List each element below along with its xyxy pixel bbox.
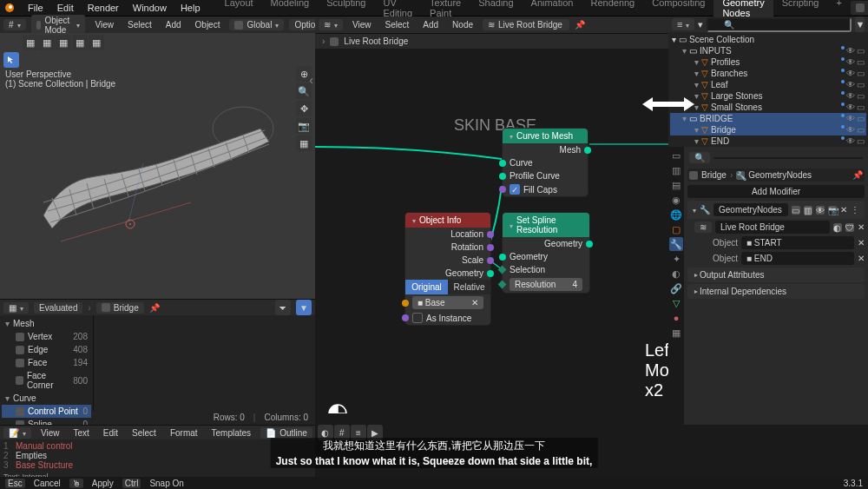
viewport-menu-object[interactable]: Object bbox=[191, 19, 225, 30]
text-menu-view[interactable]: View bbox=[36, 427, 64, 439]
fillcaps-checkbox[interactable]: ✓ bbox=[510, 184, 520, 195]
outline-item[interactable]: ▾▽END👁▭ bbox=[670, 135, 866, 147]
add-modifier-button[interactable]: Add Modifier bbox=[687, 185, 865, 198]
viewport-move-icon[interactable]: ✥ bbox=[296, 101, 312, 116]
node-title[interactable]: Object Info bbox=[405, 213, 490, 228]
prop-editor-selector[interactable]: 🔍 bbox=[689, 152, 710, 163]
mod-toggle-icon[interactable]: ▥ bbox=[804, 206, 812, 215]
viewport-overlay-icon[interactable]: ▦ bbox=[89, 35, 104, 50]
viewport-menu-add[interactable]: Add bbox=[161, 19, 186, 30]
pin-icon[interactable]: 📌 bbox=[852, 170, 863, 180]
tree-item[interactable]: ▾ Curve bbox=[2, 392, 91, 405]
internal-dependencies-section[interactable]: Internal Dependencies bbox=[687, 284, 865, 299]
text-menu-edit[interactable]: Edit bbox=[99, 427, 122, 439]
text-menu-select[interactable]: Select bbox=[128, 427, 161, 439]
object-field[interactable]: Base bbox=[425, 298, 445, 307]
outline-item[interactable]: ▾▽Profiles👁▭ bbox=[670, 56, 866, 68]
output-attributes-section[interactable]: Output Attributes bbox=[687, 268, 865, 282]
node-editor-type-selector[interactable]: ≋ bbox=[319, 19, 343, 30]
node-menu-node[interactable]: Node bbox=[448, 19, 477, 30]
outline-item[interactable]: ▾▭INPUTS👁▭ bbox=[670, 45, 866, 56]
spreadsheet-eval-selector[interactable]: Evaluated bbox=[34, 302, 82, 314]
outline-item[interactable]: ▾▽Branches👁▭ bbox=[670, 68, 866, 79]
pin-icon[interactable]: 📌 bbox=[575, 20, 585, 30]
mod-toggle-icon[interactable]: 📷 bbox=[828, 206, 837, 215]
nodegroup-toggle-icon[interactable]: 🛡 bbox=[845, 223, 854, 232]
tree-item[interactable]: Control Point0 bbox=[2, 405, 91, 418]
prop-tab-render[interactable]: ▭ bbox=[669, 149, 683, 162]
input-value-field[interactable]: ■ START bbox=[741, 236, 854, 249]
prop-tab-viewlayer[interactable]: ▤ bbox=[669, 178, 683, 192]
spreadsheet-grid[interactable] bbox=[94, 315, 315, 411]
orientation-selector[interactable]: Global bbox=[229, 19, 284, 30]
mod-toggle-icon[interactable]: 👁 bbox=[816, 206, 825, 215]
viewport-menu-view[interactable]: View bbox=[90, 19, 118, 30]
viewport-menu-select[interactable]: Select bbox=[123, 19, 156, 30]
nodegroup-selector[interactable]: ≋ Live Root Bridge bbox=[483, 19, 569, 30]
outliner-tree[interactable]: ▾▭Scene Collection ▾▭INPUTS👁▭▾▽Profiles👁… bbox=[668, 32, 868, 147]
viewport-persp-icon[interactable]: ▦ bbox=[296, 135, 312, 151]
nodegroup-name-field[interactable]: Live Root Bridge bbox=[715, 221, 830, 234]
node-menu-add[interactable]: Add bbox=[418, 19, 443, 30]
outliner-mode-icon[interactable]: ▾ bbox=[698, 19, 703, 30]
pin-icon[interactable]: 📌 bbox=[149, 303, 160, 313]
tab-relative[interactable]: Relative bbox=[448, 280, 490, 294]
tab-original[interactable]: Original bbox=[405, 280, 448, 294]
breadcrumb-chevron[interactable]: › bbox=[322, 36, 325, 46]
input-value-field[interactable]: ■ END bbox=[741, 252, 854, 265]
prop-tab-physics[interactable]: ◐ bbox=[669, 267, 683, 281]
prop-tab-data[interactable]: ▽ bbox=[669, 296, 683, 310]
tree-item[interactable]: Vertex208 bbox=[2, 330, 91, 343]
modifier-panel[interactable]: 🔧 GeometryNodes ▭ ▥ 👁 📷 ✕ ⋮ bbox=[687, 201, 865, 219]
clear-icon[interactable]: ✕ bbox=[858, 254, 865, 263]
3d-viewport[interactable]: ▦ ▦ ▦ ▦ ▦ User Perspective (1) Scene Col… bbox=[0, 33, 315, 299]
menu-render[interactable]: Render bbox=[81, 1, 126, 15]
prop-tab-object[interactable]: ▢ bbox=[669, 222, 683, 236]
prop-tab-particles[interactable]: ✦ bbox=[669, 252, 683, 266]
outline-item[interactable]: ▾▽Large Stones👁▭ bbox=[670, 90, 866, 102]
menu-edit[interactable]: Edit bbox=[50, 1, 81, 15]
nodegroup-close-icon[interactable]: ✕ bbox=[858, 222, 865, 232]
menu-help[interactable]: Help bbox=[174, 1, 207, 15]
prop-tab-modifier[interactable]: 🔧 bbox=[669, 237, 683, 251]
text-menu-text[interactable]: Text bbox=[69, 427, 94, 439]
outliner-editor-selector[interactable]: ≡ bbox=[672, 18, 694, 30]
filter-icon[interactable]: ▼ bbox=[855, 17, 865, 32]
clear-icon[interactable]: ✕ bbox=[858, 238, 865, 248]
mod-close-icon[interactable]: ✕ bbox=[840, 205, 847, 215]
text-file-selector[interactable]: 📄 Outline bbox=[260, 427, 312, 439]
text-editor-selector[interactable]: 📝 bbox=[3, 427, 31, 439]
text-line[interactable]: 3Base Structure bbox=[3, 460, 312, 470]
text-menu-format[interactable]: Format bbox=[166, 427, 202, 439]
viewport-camera-icon[interactable]: 📷 bbox=[296, 118, 312, 134]
prop-breadcrumb-mod[interactable]: GeometryNodes bbox=[748, 170, 812, 180]
viewport-overlay-icon[interactable]: ▦ bbox=[56, 35, 71, 50]
outline-item[interactable]: ▾▽Bridge👁▭ bbox=[670, 124, 866, 135]
prop-tab-scene[interactable]: ◉ bbox=[669, 193, 683, 207]
tree-item[interactable]: Edge408 bbox=[2, 343, 91, 356]
node-menu-view[interactable]: View bbox=[348, 19, 376, 30]
editor-type-selector[interactable]: # bbox=[3, 19, 26, 30]
prop-tab-output[interactable]: ▥ bbox=[669, 163, 683, 177]
node-object-info[interactable]: Object Info Location Rotation Scale Geom… bbox=[404, 212, 491, 326]
as-instance-checkbox[interactable] bbox=[412, 313, 423, 323]
modifier-name-field[interactable]: GeometryNodes bbox=[713, 203, 788, 216]
prop-search[interactable] bbox=[713, 157, 863, 159]
prop-tab-constraints[interactable]: 🔗 bbox=[669, 281, 683, 295]
outliner-root[interactable]: Scene Collection bbox=[689, 35, 754, 44]
tree-item[interactable]: Face194 bbox=[2, 356, 91, 369]
node-menu-select[interactable]: Select bbox=[381, 19, 414, 30]
spreadsheet-editor-selector[interactable]: ▦ bbox=[3, 302, 29, 314]
prop-breadcrumb-obj[interactable]: Bridge bbox=[701, 170, 727, 180]
outline-item[interactable]: ▾▽Small Stones👁▭ bbox=[670, 102, 866, 113]
prop-tab-texture[interactable]: ▦ bbox=[669, 326, 683, 340]
viewport-overlay-icon[interactable]: ▦ bbox=[39, 35, 55, 50]
filter-active-icon[interactable]: ▼ bbox=[296, 300, 312, 315]
clear-icon[interactable]: ✕ bbox=[471, 298, 478, 307]
menu-file[interactable]: File bbox=[21, 1, 50, 15]
viewport-overlay-icon[interactable]: ▦ bbox=[72, 35, 88, 50]
text-line[interactable]: 1Manual control bbox=[3, 441, 312, 451]
prop-tab-world[interactable]: 🌐 bbox=[669, 208, 683, 221]
node-curve-to-mesh[interactable]: Curve to Mesh Mesh Curve Profile Curve ✓… bbox=[502, 128, 589, 197]
filter-icon[interactable]: ⏷ bbox=[275, 300, 291, 315]
